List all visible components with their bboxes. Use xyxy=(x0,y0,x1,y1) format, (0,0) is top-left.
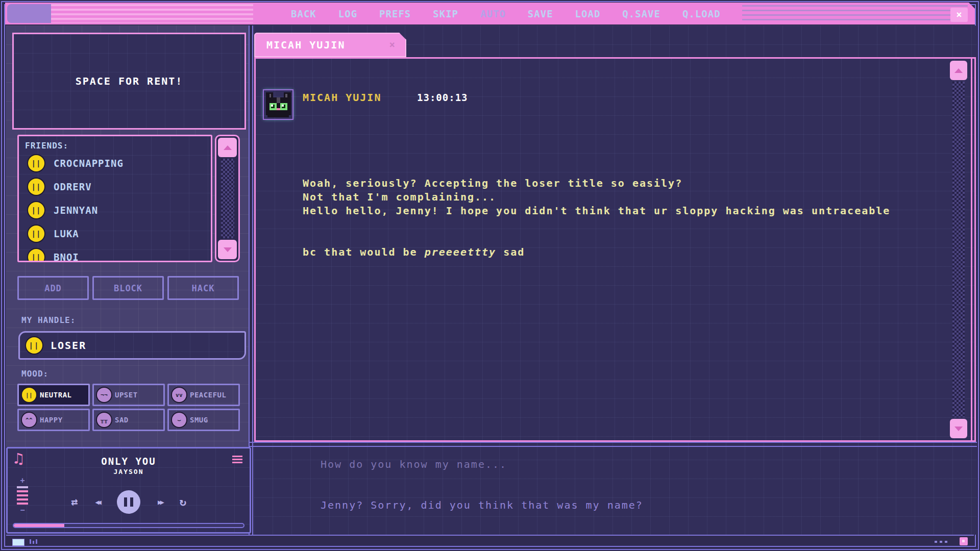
friend-name: ODRERV xyxy=(54,181,92,192)
menu-item[interactable]: Q.LOAD xyxy=(682,8,721,19)
mood-emoji-icon: vv xyxy=(172,388,186,402)
friend-action-button[interactable]: HACK xyxy=(167,276,239,300)
friend-name: BNOI xyxy=(54,252,79,262)
menu-item[interactable]: AUTO xyxy=(480,8,506,19)
sidebar: SPACE FOR RENT! FRIENDS: || CROCNAPPING … xyxy=(6,26,249,447)
friend-list-item[interactable]: || BNOI xyxy=(19,245,211,262)
handle-emoji-icon: || xyxy=(26,337,42,354)
friend-list-item[interactable]: || LUKA xyxy=(19,222,211,245)
friends-scrollbar xyxy=(215,135,240,262)
friend-name: CROCNAPPING xyxy=(54,158,124,169)
friend-status-emoji-icon: || xyxy=(28,249,44,262)
rewind-button[interactable]: ◀◀ xyxy=(95,498,100,506)
friends-scroll-down-button[interactable] xyxy=(218,240,237,259)
message-last-line: bc that would be preeeettty sad xyxy=(303,245,890,259)
mood-emoji-icon: ^^ xyxy=(22,413,36,427)
chat-scroll-up-button[interactable] xyxy=(950,61,967,80)
friend-list-item[interactable]: || ODRERV xyxy=(19,175,211,198)
dialogue-choice[interactable]: Jenny? Sorry, did you think that was my … xyxy=(321,499,643,511)
music-player: ♫ ONLY YOU JAYSON + − ⇄ ◀◀ ▶▶ ↻ xyxy=(6,447,251,534)
song-artist: JAYSON xyxy=(8,468,250,475)
menubar-left-decoration xyxy=(7,4,51,23)
friend-actions: ADDBLOCKHACK xyxy=(17,276,240,300)
status-bar xyxy=(6,535,974,548)
friend-action-button[interactable]: ADD xyxy=(17,276,89,300)
mood-option-label: UPSET xyxy=(115,391,138,399)
chat-scrollbar xyxy=(949,61,968,438)
menu-item[interactable]: SAVE xyxy=(528,8,553,19)
menu-item[interactable]: SKIP xyxy=(433,8,458,19)
resize-handle[interactable] xyxy=(960,537,968,545)
mood-grid: || NEUTRAL ¬¬ UPSET vv PEACEFUL ^^ HAPPY… xyxy=(17,384,241,431)
menu-item[interactable]: LOAD xyxy=(575,8,601,19)
volume-bar xyxy=(17,486,28,488)
chat-tab[interactable]: MICAH YUJIN × xyxy=(254,33,406,57)
pause-icon xyxy=(130,497,133,507)
menu-item[interactable]: Q.SAVE xyxy=(622,8,660,19)
mood-button[interactable]: ╥╥ SAD xyxy=(92,409,165,431)
mood-option-label: SMUG xyxy=(190,416,208,424)
mood-button[interactable]: ^^ HAPPY xyxy=(17,409,90,431)
friends-list: || CROCNAPPING || ODRERV || JENNYAN || L… xyxy=(19,152,211,262)
dialogue-choice[interactable]: How do you know my name... xyxy=(321,458,507,470)
window-close-button[interactable]: × xyxy=(950,8,968,22)
top-menubar: BACKLOGPREFSSKIPAUTOSAVELOADQ.SAVEQ.LOAD… xyxy=(5,3,975,24)
menu-item[interactable]: BACK xyxy=(291,8,316,19)
mood-button[interactable]: || NEUTRAL xyxy=(17,384,90,406)
message-line: Woah, seriously? Accepting the loser tit… xyxy=(303,177,890,190)
mood-button[interactable]: vv PEACEFUL xyxy=(167,384,240,406)
chat-panel: MICAH YUJIN 13:00:13 Woah, seriously? Ac… xyxy=(254,57,976,442)
chat-scroll-down-button[interactable] xyxy=(950,419,967,438)
friends-scroll-up-button[interactable] xyxy=(218,138,237,157)
arrow-down-icon xyxy=(224,247,232,252)
chat-tab-close-icon[interactable]: × xyxy=(389,39,395,50)
message-timestamp: 13:00:13 xyxy=(417,92,468,103)
playlist-menu-icon[interactable] xyxy=(232,456,242,465)
mood-option-label: SAD xyxy=(115,416,129,424)
arrow-up-icon xyxy=(224,145,232,150)
mood-option-label: HAPPY xyxy=(40,416,63,424)
friend-status-emoji-icon: || xyxy=(28,179,44,195)
handle-label: MY HANDLE: xyxy=(21,315,76,325)
friend-name: LUKA xyxy=(54,228,79,239)
song-progress-bar[interactable] xyxy=(13,523,244,528)
pause-icon xyxy=(124,497,127,507)
menubar-right-stripes xyxy=(742,5,968,22)
friends-scroll-track[interactable] xyxy=(221,159,234,238)
handle-box[interactable]: || LOSER xyxy=(18,331,246,360)
message-line: Hello hello, Jenny! I hope you didn't th… xyxy=(303,204,890,218)
shuffle-button[interactable]: ⇄ xyxy=(71,496,78,508)
music-notes-icon: ♫ xyxy=(14,449,23,467)
menu-item[interactable]: PREFS xyxy=(379,8,411,19)
repeat-button[interactable]: ↻ xyxy=(180,496,186,508)
friend-status-emoji-icon: || xyxy=(28,155,44,171)
friend-action-button[interactable]: BLOCK xyxy=(92,276,164,300)
volume-up-button[interactable]: + xyxy=(20,476,24,485)
menu-item[interactable]: LOG xyxy=(338,8,357,19)
mood-emoji-icon: ¬¬ xyxy=(97,388,111,402)
mood-emoji-icon: ╥╥ xyxy=(97,413,111,427)
friend-status-emoji-icon: || xyxy=(28,226,44,242)
status-indicator xyxy=(12,539,24,546)
mood-emoji-icon: ⌣ xyxy=(172,413,186,427)
pause-button[interactable] xyxy=(117,490,140,514)
chat-tab-title: MICAH YUJIN xyxy=(266,39,345,51)
choice-area: How do you know my name...Jenny? Sorry, … xyxy=(254,447,976,535)
mood-button[interactable]: ¬¬ UPSET xyxy=(92,384,165,406)
mood-button[interactable]: ⌣ SMUG xyxy=(167,409,240,431)
mood-emoji-icon: || xyxy=(22,388,36,402)
friend-list-item[interactable]: || CROCNAPPING xyxy=(19,152,211,175)
cat-avatar xyxy=(264,90,292,119)
chat-scroll-track[interactable] xyxy=(952,82,965,417)
horizontal-divider xyxy=(249,442,977,447)
message-line: Not that I'm complaining... xyxy=(303,190,890,204)
arrow-up-icon xyxy=(954,68,963,73)
status-glyphs-icon xyxy=(30,539,37,544)
fast-forward-button[interactable]: ▶▶ xyxy=(158,498,162,506)
menu-items: BACKLOGPREFSSKIPAUTOSAVELOADQ.SAVEQ.LOAD xyxy=(291,8,721,19)
player-controls: ⇄ ◀◀ ▶▶ ↻ xyxy=(8,490,250,514)
friend-list-item[interactable]: || JENNYAN xyxy=(19,198,211,222)
friends-panel: FRIENDS: || CROCNAPPING || ODRERV || JEN… xyxy=(17,135,212,262)
message-body: Woah, seriously? Accepting the loser tit… xyxy=(303,108,890,287)
friends-label: FRIENDS: xyxy=(19,136,211,152)
